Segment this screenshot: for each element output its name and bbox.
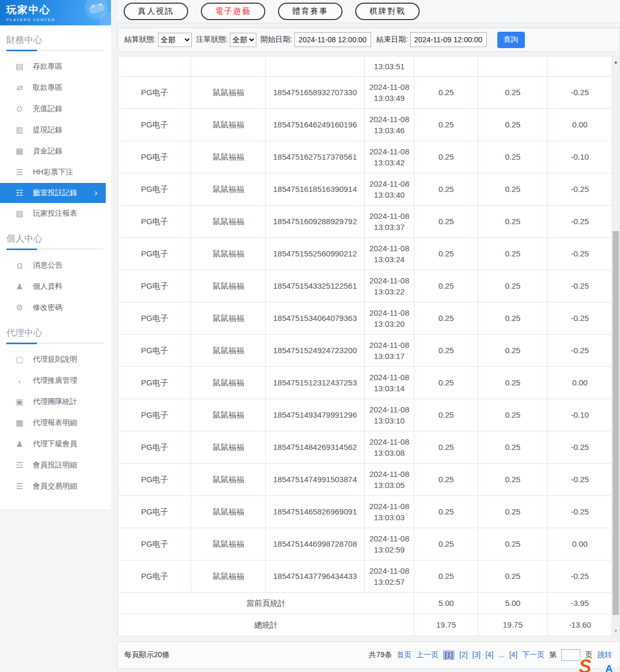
sidebar-item-label: 提現記錄 [33,125,62,135]
table-row: PG电子鼠鼠福福18547514658269690912024-11-08 13… [118,495,613,528]
table-row: PG电子鼠鼠福福18547515249247232002024-11-08 13… [118,334,613,366]
pg-next[interactable]: 下一页 [522,650,544,660]
sidebar-item-agent-promotion[interactable]: ‹代理推廣管理 [0,370,111,391]
table-scrollbar[interactable]: ▲ ▼ [612,57,619,636]
sidebar-item-announcements[interactable]: Ω消息公告 [0,255,111,276]
table-row: PG电子鼠鼠福福18547515525609902122024-11-08 13… [118,237,613,270]
sidebar-item-recharge-records[interactable]: ⊙充值記錄 [0,98,111,119]
tab-electronic-games[interactable]: 電子遊藝 [201,3,265,20]
pg-page-4[interactable]: [4] [485,650,494,660]
total-count-text: 共79条 [369,650,392,660]
cell-win-loss: -0.25 [548,495,613,528]
cell-time: 2024-11-08 13:03:24 [365,237,414,270]
cell-game-type: PG电子 [118,399,191,431]
cell-game-type: PG电子 [118,495,191,528]
sidebar-item-member-bet-details[interactable]: ☲會員投註明細 [0,455,111,476]
table-row: PG电子鼠鼠福福18547515123124372532024-11-08 13… [118,366,613,399]
tab-sports-events[interactable]: 體育賽事 [278,3,343,20]
start-date-input[interactable] [294,32,371,47]
search-button[interactable]: 查詢 [497,32,525,48]
cell-time: 2024-11-08 13:03:05 [365,463,414,495]
cell-valid-bet: 0.25 [478,302,548,334]
cell-win-loss: -0.25 [548,334,613,366]
sidebar-item-funds-records[interactable]: ▦資金記錄 [0,141,111,162]
settle-status-select[interactable]: 全部 [158,33,192,47]
tab-live-casino[interactable]: 真人視訊 [124,3,188,20]
sogou-ime-icon[interactable]: S [579,658,591,672]
cell-win-loss [548,57,613,76]
sidebar-item-label: 代理報表明細 [33,418,77,428]
sidebar-item-agent-sub-members[interactable]: ♟代理下級會員 [0,434,111,455]
cell-time: 2024-11-08 13:03:37 [365,205,414,237]
cell-game-type: PG电子 [118,173,191,205]
pg-page-2[interactable]: [2] [459,650,468,660]
sidebar-item-member-transaction-details[interactable]: ☰會員交易明細 [0,476,111,497]
document-icon: ▢ [14,355,25,364]
pg-first[interactable]: 首页 [396,650,411,660]
scrollbar-thumb[interactable] [613,231,619,615]
end-date-input[interactable] [410,32,487,47]
sidebar-item-agent-report-details[interactable]: ▩代理報表明細 [0,412,111,434]
cell-time: 2024-11-08 13:02:57 [365,560,414,592]
cell-bet-amount: 0.25 [414,431,478,463]
sidebar-item-label: 個人資料 [33,282,62,291]
order-status-select[interactable]: 全部 [230,33,256,47]
cell-valid-bet: 0.25 [478,108,548,141]
clipboard-icon: ☲ [14,461,25,470]
cell-game-name: 鼠鼠福福 [191,237,266,270]
cell-win-loss: -0.25 [548,431,613,463]
cell-bet-amount: 0.25 [414,528,478,560]
cell-game-type: PG电子 [118,141,191,173]
cell-game-name: 鼠鼠福福 [191,302,266,334]
cell-valid-bet: 0.25 [478,237,548,270]
sidebar-item-withdrawal-records[interactable]: ▥提現記錄 [0,119,111,141]
page-size-text: 每頁顯示20條 [124,650,170,660]
cell-game-type: PG电子 [118,366,191,399]
sidebar-item-profile[interactable]: ♟個人資料 [0,276,111,297]
table-row: PG电子鼠鼠福福18547516462491601962024-11-08 13… [118,108,613,141]
pg-page-4b[interactable]: [4] [509,650,517,660]
cell-order-id: 1854751484269314562 [266,431,365,463]
sidebar-item-label: 廳室投註記錄 [33,188,77,198]
cell-game-type: PG电子 [118,463,191,495]
cell-game-name: 鼠鼠福福 [191,76,266,108]
lottery-doc-icon: ☰ [14,168,25,177]
sidebar-item-agent-rules[interactable]: ▢代理規則說明 [0,349,111,370]
table-row: PG电子鼠鼠福福18547514749915038742024-11-08 13… [118,463,613,495]
filter-bar: 結算狀態: 全部 注單狀態: 全部 開始日期: 結束日期: 查詢 [117,27,620,52]
tab-board-card-games[interactable]: 棋牌對戰 [355,3,420,20]
tabs-strip: 真人視訊電子遊藝體育賽事棋牌對戰 [117,0,620,23]
scrollbar-down-icon[interactable]: ▼ [612,629,619,633]
cell-time: 2024-11-08 13:03:22 [365,270,414,302]
pg-prev[interactable]: 上一页 [416,650,438,660]
cell-game-type: PG电子 [118,560,191,592]
withdraw-hand-icon: ⇄ [14,83,25,93]
sidebar-item-label: 代理推廣管理 [33,376,77,385]
pg-page-3[interactable]: [3] [473,650,481,660]
share-icon: ‹ [14,376,25,385]
gamepad-decoration-icon [63,0,111,25]
bet-records-panel: 13:03:51PG电子鼠鼠福福18547516589327073302024-… [117,56,620,636]
sidebar-item-agent-team-stats[interactable]: ▣代理團隊統計 [0,391,111,412]
cell-game-name: 鼠鼠福福 [191,270,266,302]
sidebar-item-hh-lottery-bets[interactable]: ☰HH彩票下注 [0,162,111,183]
jump-page-input[interactable] [561,649,580,661]
cell-valid-bet: 0.25 [478,76,548,108]
ime-mode-icon[interactable]: A [605,663,613,672]
cell-order-id: 1854751618516390914 [266,173,365,205]
cell-time: 2024-11-08 13:03:14 [365,366,414,399]
pg-page-1[interactable]: [1] [443,650,455,660]
cell-time: 2024-11-08 13:03:17 [365,334,414,366]
sidebar-item-withdraw-zone[interactable]: ⇄取款專區 [0,77,111,98]
sidebar-item-change-password[interactable]: ⚙修改密碼 [0,297,111,318]
sidebar-item-room-bet-records[interactable]: ☷廳室投註記錄› [0,183,106,203]
cell-game-type: PG电子 [118,431,191,463]
cell-win-loss: -0.10 [548,399,613,431]
wallet-icon: ▥ [14,125,25,135]
people-icon: ♟ [14,439,25,449]
sidebar-item-deposit-zone[interactable]: ▤存款專區 [0,56,111,77]
sidebar-item-label: 資金記錄 [33,146,62,156]
scrollbar-up-icon[interactable]: ▲ [612,60,619,65]
cell-time: 2024-11-08 13:03:42 [365,141,414,173]
sidebar-item-player-bet-report[interactable]: ▨玩家投注報表 [0,203,111,224]
